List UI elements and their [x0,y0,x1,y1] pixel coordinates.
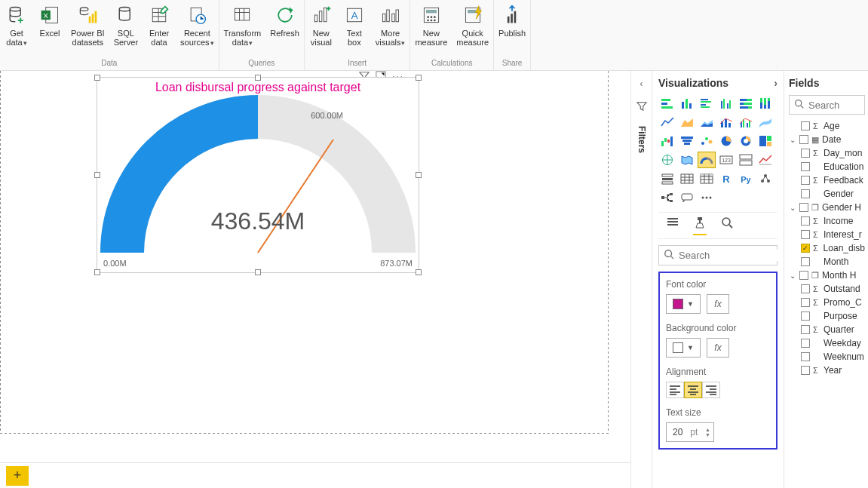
field-checkbox[interactable] [801,162,810,171]
refresh-button[interactable]: Refresh [265,0,304,57]
field-item-row[interactable]: ΣLoan_disb [789,241,865,255]
field-table-row[interactable]: ⌄❐Month H [789,269,865,282]
table-icon[interactable] [678,170,696,187]
filled-map-icon[interactable] [678,152,696,168]
field-checkbox[interactable] [801,121,810,130]
text-size-input[interactable]: 20 pt ▲▼ [666,422,714,442]
gauge-visual[interactable]: Loan disbursal progress against target 6… [97,77,419,273]
new-measure-button[interactable]: New measure [410,0,452,57]
waterfall-icon[interactable] [658,133,676,149]
field-item-row[interactable]: Purpose [789,309,865,323]
matrix-icon[interactable] [698,170,716,187]
pie-icon[interactable] [717,133,735,149]
add-page-button[interactable]: + [6,466,29,486]
field-checkbox[interactable] [799,203,808,212]
clustered-column-icon[interactable] [717,95,735,112]
funnel-icon[interactable] [678,133,696,149]
fields-tab-icon[interactable] [666,216,679,235]
enter-data-button[interactable]: Enter data [143,0,176,57]
field-item-row[interactable]: ΣYear [789,364,865,377]
field-item-row[interactable]: ΣPromo_C [789,296,865,309]
field-checkbox[interactable] [801,176,810,185]
donut-icon[interactable] [737,133,755,149]
pbi-datasets-button[interactable]: Power BI datasets [66,0,109,57]
map-icon[interactable] [658,152,676,168]
resize-handle[interactable] [255,75,261,81]
format-search-input[interactable] [679,250,784,261]
field-checkbox[interactable] [801,325,810,334]
field-item-row[interactable]: ΣOutstand [789,282,865,296]
ribbon-chart-icon[interactable] [756,114,774,130]
field-checkbox[interactable] [801,230,810,239]
field-item-row[interactable]: ΣAge [789,119,865,133]
field-checkbox[interactable] [799,271,808,280]
expander-icon[interactable]: ⌄ [789,272,796,280]
stacked-column-100-icon[interactable] [756,95,774,112]
resize-handle[interactable] [94,75,100,81]
fields-search-input[interactable] [808,100,854,111]
field-checkbox[interactable] [801,366,810,375]
field-item-row[interactable]: ΣQuarter [789,323,865,336]
publish-button[interactable]: Publish [494,0,530,57]
field-checkbox[interactable] [801,189,810,198]
more-visuals-button[interactable]: More visuals▾ [371,0,410,57]
scatter-icon[interactable] [698,133,716,149]
python-visual-icon[interactable]: Py [737,170,755,187]
bg-color-fx-button[interactable]: fx [707,338,729,358]
field-item-row[interactable]: Weekday [789,336,865,350]
field-item-row[interactable]: Month [789,255,865,269]
align-right-button[interactable] [702,382,720,398]
text-box-button[interactable]: A Text box [338,0,371,57]
field-item-row[interactable]: ΣInterest_r [789,228,865,241]
report-canvas[interactable]: ··· Loan disbursal progress against targ… [0,71,630,458]
card-icon[interactable]: 123 [717,152,735,168]
treemap-icon[interactable] [756,133,774,149]
recent-sources-button[interactable]: Recent sources▾ [176,0,219,57]
clustered-bar-icon[interactable] [698,95,716,112]
field-checkbox[interactable] [801,339,810,348]
stacked-bar-icon[interactable] [658,95,676,112]
field-item-row[interactable]: Education [789,160,865,173]
line-stacked-column-icon[interactable] [717,114,735,130]
resize-handle[interactable] [416,75,422,81]
multi-row-card-icon[interactable] [737,152,755,168]
slicer-icon[interactable] [658,170,676,187]
expander-icon[interactable]: ⌄ [789,136,796,144]
expander-icon[interactable]: ⌄ [789,204,796,212]
quick-measure-button[interactable]: Quick measure [452,0,493,57]
collapse-pane-icon[interactable]: › [774,77,778,89]
key-influencers-icon[interactable] [756,170,774,187]
resize-handle[interactable] [416,269,422,275]
qa-visual-icon[interactable] [678,189,696,206]
line-clustered-column-icon[interactable] [737,114,755,130]
align-left-button[interactable] [666,382,684,398]
expand-filters-icon[interactable]: ‹ [640,78,643,89]
stacked-column-icon[interactable] [678,95,696,112]
field-item-row[interactable]: Weeknum [789,350,865,364]
align-center-button[interactable] [684,382,702,398]
field-item-row[interactable]: ΣDay_mon [789,146,865,160]
fields-search[interactable] [789,95,865,115]
field-item-row[interactable]: Gender [789,187,865,201]
field-checkbox[interactable] [799,135,808,144]
field-item-row[interactable]: ΣFeedback [789,173,865,187]
bg-color-picker[interactable]: ▼ [666,338,701,358]
field-table-row[interactable]: ⌄▦Date [789,133,865,146]
field-item-row[interactable]: ΣIncome [789,214,865,228]
excel-button[interactable]: X Excel [33,0,66,57]
filters-icon[interactable] [636,101,647,114]
resize-handle[interactable] [94,269,100,275]
area-chart-icon[interactable] [678,114,696,130]
new-visual-button[interactable]: New visual [305,0,338,57]
text-size-spinner[interactable]: ▲▼ [705,427,710,437]
line-chart-icon[interactable] [658,114,676,130]
decomposition-tree-icon[interactable] [658,189,676,206]
font-color-picker[interactable]: ▼ [666,294,701,314]
resize-handle[interactable] [255,269,261,275]
more-visuals-ellipsis-icon[interactable] [698,189,716,206]
stacked-bar-100-icon[interactable] [737,95,755,112]
field-checkbox[interactable] [801,298,810,307]
stacked-area-icon[interactable] [698,114,716,130]
font-color-fx-button[interactable]: fx [707,294,729,314]
r-visual-icon[interactable]: R [717,170,735,187]
